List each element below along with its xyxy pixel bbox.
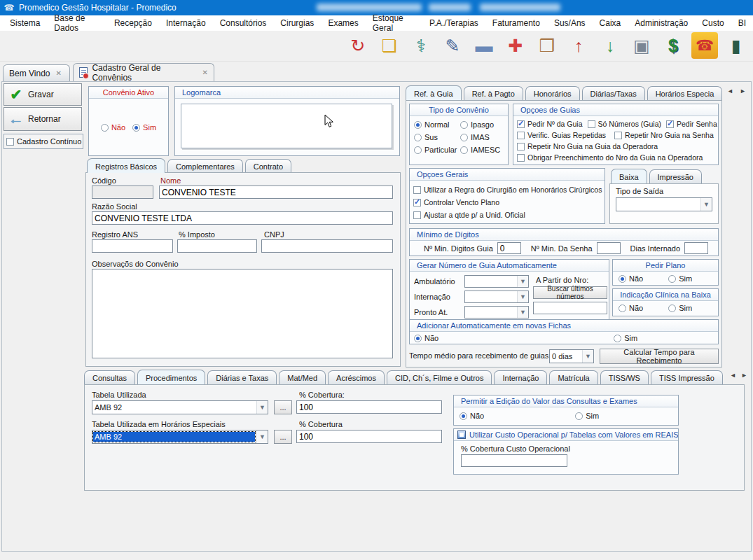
convenio-ativo-sim-radio[interactable]: Sim	[132, 123, 156, 132]
razao-social-input[interactable]	[92, 211, 393, 225]
finance-chart-icon[interactable]: $	[660, 32, 686, 59]
menu-caixa[interactable]: Caixa	[593, 18, 628, 28]
tab-consultas[interactable]: Consultas	[84, 370, 135, 384]
menu-estoque-geral[interactable]: Estoque Geral	[366, 13, 422, 33]
verific-guias-checkbox[interactable]: Verific. Guias Repetidas	[517, 131, 606, 139]
buscar-ultimos-numeros-button[interactable]: Buscar últimos números	[533, 286, 607, 299]
repetir-nro-senha-checkbox[interactable]: Repetir Nro Guia na Senha	[614, 131, 714, 139]
so-numeros-checkbox[interactable]: Só Números (Guia)	[588, 120, 661, 128]
controlar-vencto-checkbox[interactable]: Controlar Vencto Plano	[413, 198, 499, 206]
payments-down-icon[interactable]: ↓	[597, 32, 623, 59]
tab-bem-vindo[interactable]: Bem Vindo ✕	[3, 64, 70, 81]
tabela-more-button[interactable]: ...	[274, 400, 292, 414]
cobertura1-input[interactable]	[296, 400, 442, 414]
convenio-ativo-nao-radio[interactable]: Não	[101, 123, 125, 132]
adicionar-nao-radio[interactable]: Não	[414, 334, 438, 342]
tab-impressao[interactable]: Impressão	[649, 169, 702, 183]
tabela-horarios-combo[interactable]: AMB 92▼	[92, 430, 268, 444]
pedir-plano-nao-radio[interactable]: Não	[619, 274, 643, 283]
menu-recepcao[interactable]: Recepção	[107, 18, 159, 28]
tab-matricula[interactable]: Matrícula	[549, 370, 597, 384]
ajustar-qtde-checkbox[interactable]: Ajustar a qtde p/ a Unid. Oficial	[413, 211, 525, 219]
tab-procedimentos[interactable]: Procedimentos	[137, 370, 205, 384]
registro-ans-input[interactable]	[92, 239, 173, 253]
adicionar-sim-radio[interactable]: Sim	[614, 334, 637, 342]
tab-acrescimos[interactable]: Acréscimos	[328, 370, 385, 384]
tab-cadastro-convenios[interactable]: Cadastro Geral de Convênios ✕	[73, 63, 214, 81]
hospital-bed-icon[interactable]: ▬	[471, 32, 497, 59]
tab-scroll-right-icon[interactable]: ►	[739, 372, 749, 379]
tipo-particular-radio[interactable]: Particular	[414, 146, 460, 154]
tab-ref-a-pagto[interactable]: Ref. à Pagto	[464, 86, 523, 100]
menu-faturamento[interactable]: Faturamento	[485, 18, 547, 28]
dias-internado-input[interactable]	[684, 242, 708, 254]
tab-tiss-ws[interactable]: TISS/WS	[600, 370, 649, 384]
grid-toggle-icon[interactable]	[457, 430, 466, 439]
tabela-utilizada-combo[interactable]: AMB 92▼	[92, 400, 268, 414]
menu-cirurgias[interactable]: Cirurgias	[273, 18, 321, 28]
tab-honorarios[interactable]: Honorários	[525, 86, 580, 100]
tipo-iamesc-radio[interactable]: IAMESC	[460, 146, 506, 154]
cadastro-continuo-checkbox[interactable]: Cadastro Contínuo	[4, 134, 83, 149]
observacoes-textarea[interactable]	[92, 269, 393, 358]
indicacao-sim-radio[interactable]: Sim	[668, 304, 692, 312]
menu-administracao[interactable]: Administração	[628, 18, 695, 28]
safe-icon[interactable]: ▣	[628, 32, 655, 59]
cnpj-input[interactable]	[261, 239, 393, 253]
tabela-horarios-more-button[interactable]: ...	[274, 430, 292, 444]
permitir-sim-radio[interactable]: Sim	[575, 412, 599, 420]
calcular-tempo-button[interactable]: Calcular Tempo para Recebimento	[600, 349, 719, 364]
codigo-input[interactable]	[92, 186, 153, 199]
permitir-nao-radio[interactable]: Não	[460, 412, 484, 420]
doctor-icon[interactable]: ⚕	[408, 32, 434, 59]
tab-scroll-left-icon[interactable]: ◄	[725, 88, 735, 94]
tab-scroll-left-icon[interactable]: ◄	[728, 372, 738, 379]
sync-contacts-icon[interactable]: ↻	[345, 32, 371, 59]
close-icon[interactable]: ✕	[55, 69, 61, 77]
ambulatorio-combo[interactable]: ▼	[464, 275, 529, 288]
internacao-combo[interactable]: ▼	[464, 290, 529, 303]
menu-consultorios[interactable]: Consultórios	[213, 18, 274, 28]
tipo-ipasgo-radio[interactable]: Ipasgo	[460, 120, 506, 129]
tab-internacao-bottom[interactable]: Internação	[494, 370, 547, 384]
menu-internacao[interactable]: Internação	[159, 18, 213, 28]
stock-box-icon[interactable]: ❒	[534, 32, 560, 59]
nome-input[interactable]	[159, 186, 393, 199]
tab-baixa[interactable]: Baixa	[611, 169, 647, 183]
pedir-plano-sim-radio[interactable]: Sim	[668, 274, 692, 283]
tab-cid-chs-filme[interactable]: CID, Ch´s, Filme e Outros	[387, 370, 492, 384]
close-icon[interactable]: ✕	[202, 69, 208, 76]
tipo-normal-radio[interactable]: Normal	[414, 120, 460, 129]
patients-folder-icon[interactable]: ❏	[376, 32, 403, 59]
logomarca-image-box[interactable]	[181, 104, 392, 148]
tipo-saida-combo[interactable]: ▼	[616, 197, 712, 211]
tipo-imas-radio[interactable]: IMAS	[460, 133, 506, 141]
min-senha-input[interactable]	[597, 242, 621, 254]
repetir-nro-operadora-checkbox[interactable]: Repetir Nro Guia na Guia da Operadora	[517, 142, 658, 150]
menu-custo[interactable]: Custo	[695, 18, 731, 28]
tab-tiss-impressao[interactable]: TISS Impressão	[651, 370, 723, 384]
ledger-book-icon[interactable]: ▮	[723, 32, 749, 59]
gravar-button[interactable]: ✔ Gravar	[4, 83, 82, 106]
tipo-sus-radio[interactable]: Sus	[414, 133, 460, 141]
pedir-no-guia-checkbox[interactable]: Pedir Nº da Guia	[517, 120, 583, 128]
min-digitos-guia-input[interactable]	[497, 242, 521, 254]
pedir-senha-checkbox[interactable]: Pedir Senha	[666, 120, 717, 128]
menu-bi[interactable]: BI	[731, 18, 753, 28]
tab-scroll-right-icon[interactable]: ►	[738, 88, 748, 94]
obrigar-preenchimento-checkbox[interactable]: Obrigar Preenchimento do Nro da Guia na …	[517, 153, 703, 162]
menu-sistema[interactable]: Sistema	[3, 18, 47, 28]
tempo-medio-combo[interactable]: 0 dias▼	[549, 349, 594, 363]
tab-diarias-taxas[interactable]: Diárias/Taxas	[582, 86, 645, 100]
tab-registros-basicos[interactable]: Registros Básicos	[87, 158, 165, 173]
phone-book-icon[interactable]: ☎	[691, 32, 718, 59]
menu-exames[interactable]: Exames	[321, 18, 365, 28]
cobertura-custo-input[interactable]	[461, 454, 567, 467]
tab-complementares[interactable]: Complementares	[167, 159, 243, 173]
menu-pa-terapias[interactable]: P.A./Terapias	[422, 18, 485, 28]
tab-mat-med[interactable]: Mat/Med	[279, 370, 326, 384]
tab-diarias-e-taxas[interactable]: Diárias e Taxas	[207, 370, 277, 384]
imposto-input[interactable]	[177, 239, 257, 253]
regra-cirurgiao-checkbox[interactable]: Utilizar a Regra do Cirurgião em Honorár…	[413, 186, 602, 194]
indicacao-nao-radio[interactable]: Não	[619, 304, 643, 312]
